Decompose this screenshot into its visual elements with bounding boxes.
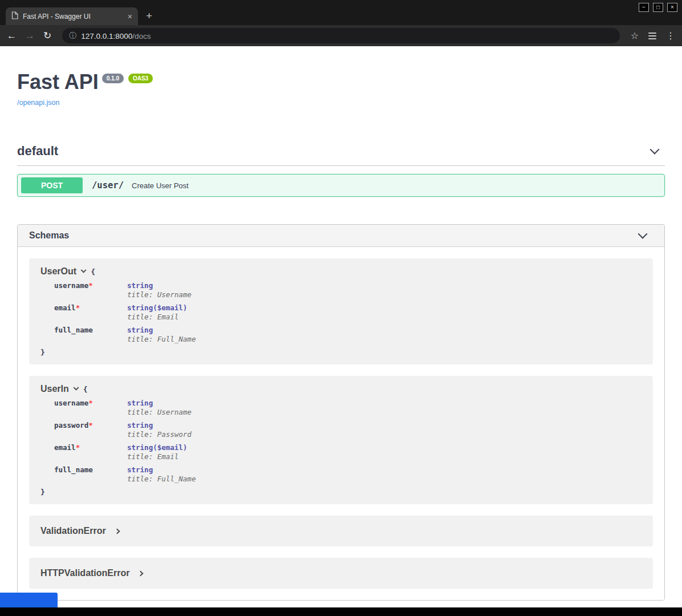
property-type: string($email): [127, 443, 187, 452]
property-title: title: Username: [127, 290, 192, 299]
chevron-down-icon: [650, 145, 660, 155]
model-httpvalidationerror-toggle[interactable]: HTTPValidationError: [40, 568, 642, 578]
property-row: email* string($email) title: Email: [40, 303, 642, 321]
required-star: *: [88, 281, 93, 290]
property-title: title: Username: [127, 408, 192, 416]
property-detail: string($email) title: Email: [127, 303, 187, 321]
required-star: *: [88, 399, 93, 407]
oas-badge: OAS3: [128, 74, 153, 83]
property-name-text: password: [54, 421, 88, 429]
maximize-button[interactable]: □: [653, 3, 663, 12]
chevron-down-icon: [81, 267, 87, 273]
chevron-down-icon: [73, 384, 79, 390]
property-title: title: Email: [127, 452, 187, 461]
property-detail: string title: Full_Name: [127, 326, 196, 343]
model-validationerror-toggle[interactable]: ValidationError: [40, 526, 642, 536]
property-detail: string title: Full_Name: [127, 465, 196, 483]
close-brace: }: [40, 488, 642, 496]
schemas-title: Schemas: [29, 230, 69, 241]
property-type: string: [127, 399, 192, 407]
property-detail: string title: Password: [127, 421, 192, 439]
browser-toolbar: ← → ↻ ⓘ 127.0.0.1:8000/docs ☆ ⋮: [0, 25, 682, 46]
open-brace: {: [91, 268, 95, 276]
property-row: password* string title: Password: [40, 421, 642, 439]
model-title: UserOut: [40, 266, 76, 277]
browser-menu-icon[interactable]: ⋮: [666, 30, 675, 41]
property-row: username* string title: Username: [40, 399, 642, 416]
required-star: *: [76, 443, 80, 452]
tag-section-default[interactable]: default: [17, 144, 665, 166]
bookmark-star-icon[interactable]: ☆: [631, 30, 639, 41]
refresh-icon[interactable]: ↻: [43, 31, 51, 40]
chevron-right-icon: [114, 528, 120, 534]
property-title: title: Full_Name: [127, 335, 196, 343]
model-title: UserIn: [40, 384, 69, 394]
model-userin: UserIn { username* string title: Usernam…: [29, 376, 653, 504]
model-userout-toggle[interactable]: UserOut {: [40, 266, 642, 277]
property-type: string($email): [127, 303, 187, 312]
chevron-down-icon: [638, 229, 648, 239]
back-icon[interactable]: ←: [7, 31, 17, 40]
forward-icon[interactable]: →: [25, 31, 35, 40]
property-name: username*: [40, 281, 127, 299]
property-name-text: email: [54, 303, 76, 312]
version-badge: 0.1.0: [102, 74, 124, 83]
url-path: /docs: [132, 32, 151, 40]
property-title: title: Full_Name: [127, 475, 196, 483]
schemas-body: UserOut { username* string title: Userna…: [18, 247, 664, 600]
window-controls: − □ ×: [639, 3, 677, 12]
address-bar[interactable]: ⓘ 127.0.0.1:8000/docs: [62, 28, 619, 43]
close-button[interactable]: ×: [667, 3, 677, 12]
property-title: title: Email: [127, 313, 187, 321]
model-httpvalidationerror: HTTPValidationError: [29, 558, 653, 589]
url-text[interactable]: 127.0.0.1:8000/docs: [81, 31, 151, 41]
property-row: email* string($email) title: Email: [40, 443, 642, 461]
model-properties: username* string title: Username email* …: [40, 281, 642, 343]
openapi-spec-link[interactable]: /openapi.json: [17, 99, 59, 107]
tab-close-icon[interactable]: ×: [128, 13, 132, 21]
model-title: HTTPValidationError: [40, 568, 129, 578]
required-star: *: [88, 421, 93, 429]
property-row: full_name string title: Full_Name: [40, 465, 642, 483]
property-detail: string($email) title: Email: [127, 443, 187, 461]
model-userout: UserOut { username* string title: Userna…: [29, 258, 653, 364]
api-info: Fast API 0.1.0 OAS3 /openapi.json: [17, 70, 665, 107]
api-title-row: Fast API 0.1.0 OAS3: [17, 70, 665, 94]
browser-titlebar: Fast API - Swagger UI × + − □ ×: [0, 0, 682, 25]
close-brace: }: [40, 348, 642, 356]
model-validationerror: ValidationError: [29, 516, 653, 546]
property-row: username* string title: Username: [40, 281, 642, 299]
model-userin-toggle[interactable]: UserIn {: [40, 384, 642, 394]
property-name: full_name: [40, 465, 127, 483]
swagger-page: Fast API 0.1.0 OAS3 /openapi.json defaul…: [0, 70, 682, 601]
property-name-text: username: [54, 399, 88, 407]
opblock-post-user[interactable]: POST /user/ Create User Post: [17, 174, 665, 197]
status-bubble: [0, 593, 58, 607]
property-name: password*: [40, 421, 127, 439]
model-title: ValidationError: [40, 526, 106, 536]
property-detail: string title: Username: [127, 281, 192, 299]
schemas-header[interactable]: Schemas: [18, 225, 664, 247]
new-tab-button[interactable]: +: [146, 10, 152, 21]
property-name: username*: [40, 399, 127, 416]
property-type: string: [127, 326, 196, 334]
property-type: string: [127, 421, 192, 429]
chevron-right-icon: [138, 570, 144, 576]
property-title: title: Password: [127, 430, 192, 439]
minimize-button[interactable]: −: [639, 3, 649, 12]
open-brace: {: [83, 385, 88, 394]
property-name-text: full_name: [54, 465, 93, 474]
url-host: 127.0.0.1:8000: [81, 32, 132, 40]
property-type: string: [127, 281, 192, 290]
operation-path: /user/: [92, 180, 124, 191]
property-type: string: [127, 465, 196, 474]
operation-summary: Create User Post: [132, 181, 189, 190]
browser-tab[interactable]: Fast API - Swagger UI ×: [6, 7, 138, 25]
browser-apps-list-icon[interactable]: [647, 31, 657, 40]
property-name: full_name: [40, 326, 127, 343]
api-title: Fast API: [17, 70, 99, 94]
site-info-icon[interactable]: ⓘ: [69, 31, 76, 41]
method-badge: POST: [21, 177, 83, 193]
property-detail: string title: Username: [127, 399, 192, 416]
property-name-text: email: [54, 443, 76, 452]
